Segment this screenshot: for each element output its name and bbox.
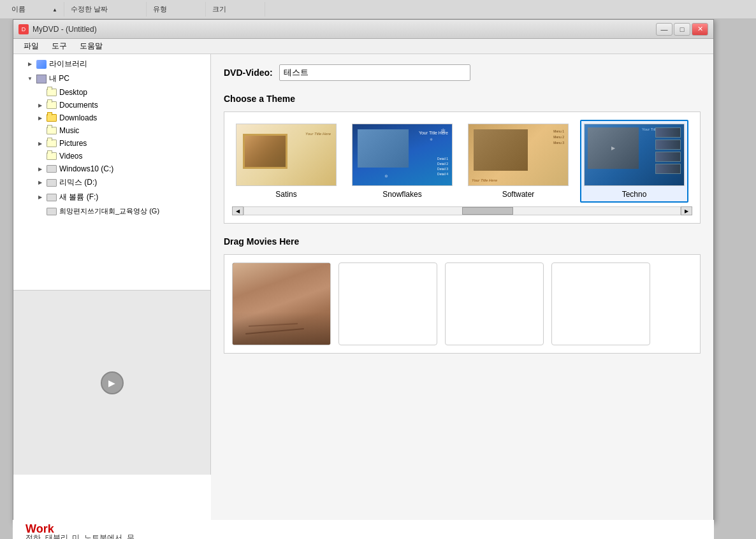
- dvd-label: DVD-Video:: [224, 68, 273, 78]
- sidebar-preview: ▶: [13, 290, 211, 475]
- drive-icon-g: [47, 208, 57, 215]
- sidebar-item-downloads[interactable]: Downloads: [13, 111, 210, 124]
- menu-tools[interactable]: 도구: [47, 40, 72, 53]
- col-name[interactable]: 이름 ▲: [5, 2, 64, 17]
- themes-scroll-right[interactable]: ▶: [681, 206, 692, 215]
- tree-arrow-downloads[interactable]: [36, 114, 44, 122]
- tree-arrow-pictures[interactable]: [36, 140, 44, 147]
- theme-techno-label: Techno: [622, 190, 647, 199]
- theme-snowflakes-label: Snowflakes: [382, 190, 421, 199]
- folder-icon-music: [47, 127, 57, 134]
- menu-file[interactable]: 파일: [18, 40, 44, 53]
- column-headers: 이름 ▲ 수정한 날짜 유형 크기: [0, 0, 756, 19]
- drive-icon-d: [47, 179, 57, 187]
- title-bar: D MyDVD - (Untitled) — □ ✕: [13, 20, 713, 39]
- themes-container: Your Title Here Satins Your Title Here: [224, 111, 701, 224]
- theme-softwater-thumb: Menu 1 Menu 2 Menu 3 Your Title Here: [468, 124, 569, 186]
- sidebar-item-drive-d[interactable]: 리믹스 (D:): [13, 175, 210, 190]
- movie-thumbnail-0: [233, 263, 330, 345]
- folder-icon-desktop: [47, 89, 57, 96]
- theme-softwater[interactable]: Menu 1 Menu 2 Menu 3 Your Title Here Sof…: [464, 120, 572, 203]
- dvd-title-input[interactable]: [279, 64, 470, 81]
- theme-satins-label: Satins: [275, 190, 296, 199]
- drag-section: Drag Movies Here: [224, 236, 701, 354]
- library-icon: [36, 60, 47, 69]
- folder-icon-pictures: [47, 140, 57, 147]
- drag-movies-title: Drag Movies Here: [224, 236, 701, 247]
- sidebar-item-music[interactable]: Music: [13, 124, 210, 137]
- tree-arrow-library[interactable]: [26, 61, 34, 68]
- theme-snowflakes-thumb: Your Title Here ❄ ❄ ❄ Detail 1 Detail 2 …: [352, 124, 453, 186]
- drive-icon-f: [47, 194, 57, 201]
- themes-row: Your Title Here Satins Your Title Here: [232, 120, 692, 203]
- sidebar-item-drive-c[interactable]: Windows10 (C:): [13, 162, 210, 175]
- sidebar-item-library[interactable]: 라이브러리: [13, 57, 210, 71]
- drive-icon-c: [47, 165, 57, 173]
- tree-arrow-drive-c[interactable]: [36, 165, 44, 173]
- theme-section: Choose a Theme Your Title Here: [224, 94, 701, 224]
- sidebar-item-desktop[interactable]: Desktop: [13, 86, 210, 99]
- sub-text: 전하_태블리_미_노트북에서_무...: [25, 533, 141, 539]
- sidebar-item-drive-g[interactable]: 희망편지쓰기대회_교육영상 (G): [13, 205, 210, 218]
- theme-techno-thumb: ▶ Your Title Here: [584, 124, 685, 186]
- tree-arrow-documents[interactable]: [36, 101, 44, 109]
- theme-techno[interactable]: ▶ Your Title Here: [580, 120, 688, 203]
- themes-scroll-track[interactable]: [244, 206, 681, 215]
- theme-snowflakes[interactable]: Your Title Here ❄ ❄ ❄ Detail 1 Detail 2 …: [348, 120, 456, 203]
- movie-slot-2[interactable]: [445, 262, 544, 345]
- themes-scroll-left[interactable]: ◀: [232, 206, 244, 215]
- themes-scrollbar: ◀ ▶: [232, 206, 692, 215]
- movie-slot-1[interactable]: [338, 262, 437, 345]
- content-area: DVD-Video: Choose a Theme: [211, 54, 713, 527]
- sidebar-item-videos[interactable]: Videos: [13, 150, 210, 162]
- movies-container[interactable]: [224, 254, 701, 354]
- tree-arrow-drive-d[interactable]: [36, 179, 44, 187]
- window-title: MyDVD - (Untitled): [33, 25, 97, 34]
- folder-icon-videos: [47, 152, 57, 160]
- theme-softwater-label: Softwater: [502, 190, 535, 199]
- file-tree-sidebar: 라이브러리 내 PC Desktop D: [13, 54, 211, 290]
- app-icon: D: [18, 24, 29, 34]
- close-button[interactable]: ✕: [692, 23, 708, 36]
- preview-play-button[interactable]: ▶: [101, 371, 124, 394]
- menu-help[interactable]: 도움말: [75, 40, 108, 53]
- pc-icon: [36, 75, 47, 83]
- theme-satins[interactable]: Your Title Here Satins: [232, 120, 340, 203]
- sidebar-item-mypc[interactable]: 내 PC: [13, 71, 210, 86]
- theme-satins-thumb: Your Title Here: [236, 124, 337, 186]
- sidebar-item-pictures[interactable]: Pictures: [13, 137, 210, 150]
- theme-section-title: Choose a Theme: [224, 94, 701, 104]
- col-date[interactable]: 수정한 날짜: [64, 2, 147, 17]
- main-layout: 라이브러리 내 PC Desktop D: [13, 54, 713, 527]
- folder-icon-downloads: [47, 114, 57, 122]
- menu-bar: 파일 도구 도움말: [13, 39, 713, 54]
- tree-arrow-drive-f[interactable]: [36, 194, 44, 201]
- col-type[interactable]: 유형: [147, 2, 206, 17]
- maximize-button[interactable]: □: [674, 23, 690, 36]
- movie-slot-0[interactable]: [232, 262, 331, 345]
- tree-arrow-mypc[interactable]: [26, 75, 34, 83]
- sidebar-item-drive-f[interactable]: 새 볼륨 (F:): [13, 190, 210, 205]
- dvd-row: DVD-Video:: [224, 64, 701, 81]
- folder-icon-documents: [47, 101, 57, 109]
- movie-slot-3[interactable]: [551, 262, 650, 345]
- minimize-button[interactable]: —: [656, 23, 672, 36]
- col-size[interactable]: 크기: [206, 2, 265, 17]
- themes-scroll-thumb: [462, 207, 513, 215]
- sidebar-item-documents[interactable]: Documents: [13, 99, 210, 111]
